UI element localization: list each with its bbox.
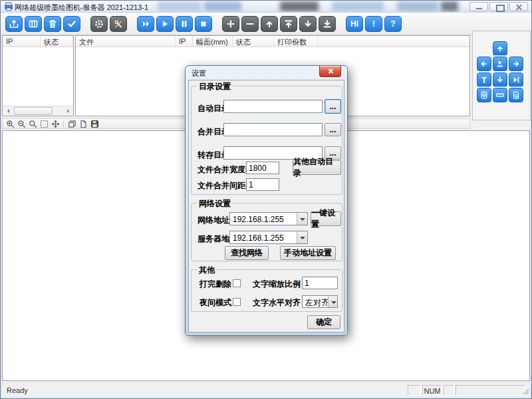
title-bar[interactable]: 网络超级喷墨绘图机-服务器 2021-1213-1 xyxy=(1,1,531,13)
network-address-value: 192.168.1.255 xyxy=(230,213,297,225)
document-button[interactable] xyxy=(78,119,88,128)
nav-down-button[interactable] xyxy=(493,72,507,87)
chevron-down-icon[interactable] xyxy=(328,296,337,307)
column-header-file[interactable]: 文件 xyxy=(76,36,176,47)
nav-right-button[interactable] xyxy=(509,57,523,71)
fast-forward-button[interactable] xyxy=(137,16,154,32)
main-toolbar: Hi ! ? xyxy=(1,13,531,35)
zoom-in-icon xyxy=(6,120,15,128)
zoom-in-button[interactable] xyxy=(5,119,15,128)
zoom-out-button[interactable] xyxy=(17,119,26,128)
resize-grip[interactable] xyxy=(521,387,530,396)
column-header-copies[interactable]: 打印份数 xyxy=(274,36,318,47)
text-scale-input[interactable] xyxy=(302,277,338,289)
settings-button[interactable] xyxy=(90,16,108,32)
ok-button[interactable]: 确定 xyxy=(307,315,340,329)
scrollbar-thumb[interactable] xyxy=(14,107,53,115)
text-align-select[interactable]: 左对齐 xyxy=(302,295,338,308)
nav-doc-preview-button[interactable] xyxy=(509,88,523,102)
chevron-down-icon[interactable] xyxy=(297,213,307,225)
nav-left-button[interactable] xyxy=(477,57,491,71)
maximize-button[interactable] xyxy=(489,2,508,11)
remove-button[interactable] xyxy=(241,16,259,32)
pause-button[interactable] xyxy=(176,16,193,32)
column-header-status[interactable]: 状态 xyxy=(233,36,274,47)
merge-dir-browse-button[interactable]: ... xyxy=(325,123,341,136)
glass-artifact xyxy=(158,1,201,11)
auto-dir-browse-button[interactable]: ... xyxy=(325,99,341,114)
horizontal-scrollbar[interactable] xyxy=(3,106,73,116)
other-auto-dir-button[interactable]: 其他自动目录 xyxy=(293,160,341,175)
help-button[interactable]: ? xyxy=(384,16,402,32)
merge-dir-input[interactable] xyxy=(223,123,323,136)
nav-device-button[interactable] xyxy=(477,88,491,102)
directory-settings-group: 目录设置 自动目录 ... 合并目录 ... 转存目录 ... 文件合并宽度(m… xyxy=(191,86,342,195)
layout-columns-button[interactable] xyxy=(25,16,42,32)
play-measure-icon xyxy=(495,59,505,68)
night-mode-checkbox[interactable] xyxy=(233,298,241,306)
column-header-status[interactable]: 状态 xyxy=(41,36,73,47)
nav-ruler-button[interactable] xyxy=(493,88,507,102)
minimize-button[interactable] xyxy=(469,2,488,11)
copy-page-icon xyxy=(68,120,76,128)
hi-button[interactable]: Hi xyxy=(346,16,363,32)
manual-address-button[interactable]: 手动地址设置 xyxy=(280,246,336,260)
column-header-width[interactable]: 幅面(mm) xyxy=(193,36,233,47)
glass-artifact xyxy=(280,1,319,11)
network-address-select[interactable]: 192.168.1.255 xyxy=(229,212,308,225)
auto-dir-input[interactable] xyxy=(223,100,323,113)
open-file-button[interactable] xyxy=(5,16,23,32)
select-area-button[interactable] xyxy=(39,119,49,128)
move-to-bottom-button[interactable] xyxy=(319,16,336,32)
trash-icon xyxy=(47,19,58,29)
move-to-top-button[interactable] xyxy=(280,16,297,32)
ip-status-list[interactable]: IP 状态 xyxy=(2,35,74,116)
zoom-out-icon xyxy=(17,120,26,128)
nav-skip-end-button[interactable] xyxy=(509,72,523,87)
copy-page-button[interactable] xyxy=(67,119,76,128)
dialog-title: 设置 xyxy=(192,68,206,78)
find-network-button[interactable]: 查找网络 xyxy=(225,246,269,260)
server-address-select[interactable]: 192.168.1.255 xyxy=(229,231,308,244)
alert-button[interactable]: ! xyxy=(365,16,382,32)
play-icon xyxy=(160,19,170,29)
scroll-right-icon[interactable] xyxy=(63,106,73,116)
move-button[interactable] xyxy=(51,119,60,128)
move-down-button[interactable] xyxy=(299,16,317,32)
tools-button[interactable] xyxy=(110,16,127,32)
add-button[interactable] xyxy=(222,16,239,32)
scroll-left-icon[interactable] xyxy=(3,106,13,116)
doc-preview-icon xyxy=(511,90,521,100)
column-header-ip[interactable]: IP xyxy=(176,36,193,47)
play-button[interactable] xyxy=(156,16,174,32)
arrow-up-icon xyxy=(495,44,505,53)
merge-gap-input[interactable] xyxy=(246,178,279,191)
confirm-button[interactable] xyxy=(63,16,80,32)
gear-icon xyxy=(94,19,104,29)
network-address-label: 网络地址: xyxy=(198,215,232,226)
zoom-button[interactable] xyxy=(28,119,37,128)
close-button[interactable] xyxy=(509,2,528,11)
one-key-setup-button[interactable]: 一键设置 xyxy=(311,211,341,226)
fast-forward-icon xyxy=(140,19,151,29)
status-text: Ready xyxy=(7,386,28,394)
nav-text-button[interactable]: T xyxy=(477,72,491,87)
move-up-button[interactable] xyxy=(261,16,278,32)
text-scale-label: 文字缩放比例 xyxy=(253,279,301,290)
chevron-down-icon[interactable] xyxy=(297,231,307,243)
nav-up-button[interactable] xyxy=(493,41,507,56)
nav-play-measure-button[interactable] xyxy=(493,57,507,71)
arrow-right-icon xyxy=(511,59,521,68)
delete-button[interactable] xyxy=(44,16,61,32)
tools-icon xyxy=(113,19,124,29)
num-lock-indicator: NUM xyxy=(422,385,442,396)
merge-width-input[interactable] xyxy=(246,162,279,174)
column-header-ip[interactable]: IP xyxy=(3,36,41,47)
file-list-header: 文件 IP 幅面(mm) 状态 打印份数 xyxy=(76,36,469,47)
arrow-to-bottom-icon xyxy=(322,19,332,29)
dialog-close-button[interactable] xyxy=(319,66,341,77)
stop-button[interactable] xyxy=(195,16,212,32)
save-button[interactable] xyxy=(90,119,99,128)
column-header-filler xyxy=(318,36,469,47)
delete-after-print-checkbox[interactable] xyxy=(233,279,241,287)
